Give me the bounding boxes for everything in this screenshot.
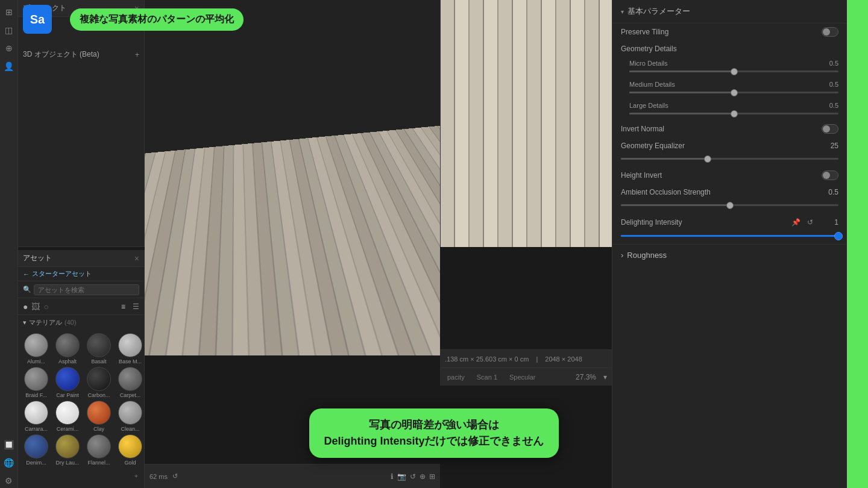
view-3d-icon[interactable]: ○ [43,302,48,311]
view-image-icon[interactable]: 🖼 [31,302,40,311]
asset-panel: アセット × ← スターターアセット 🔍 ● 🖼 ○ ≡ ☰ ▾ マテリアル (… [18,250,145,488]
category-chevron-icon: ▾ [23,319,27,327]
list-item[interactable]: Carbon... [84,367,113,398]
sort-list-icon[interactable]: ≡ [121,302,125,311]
medium-details-slider-thumb[interactable] [731,89,738,96]
list-item[interactable]: Alumi... [22,333,51,364]
medium-details-slider-fill [629,92,734,93]
breadcrumb-text: スターターアセット [32,269,92,278]
ambient-occlusion-slider-track[interactable] [621,204,838,206]
material-thumb-cerami [55,401,80,425]
delighting-intensity-slider-thumb[interactable] [834,232,843,240]
list-item[interactable]: Dry Lau... [53,434,82,466]
camera-icon[interactable]: 📷 [397,472,406,481]
micro-details-slider-container [612,70,847,78]
material-label-alumi: Alumi... [22,358,51,364]
medium-details-row: Medium Details 0.5 [612,78,847,89]
material-thumb-braid [24,367,48,391]
list-item[interactable]: Denim... [22,434,51,466]
sidebar-icon-transform[interactable]: ⊕ [2,41,16,55]
list-item[interactable]: Flannel... [84,434,113,466]
material-label-asphalt: Asphalt [53,358,82,364]
left-sidebar: ⊞ ◫ ⊕ 👤 🔲 🌐 ⚙ [0,0,18,488]
material-label-carbon: Carbon... [84,392,113,398]
refresh-icon[interactable]: ↺ [172,472,178,480]
zoom-chevron[interactable]: ▾ [603,373,607,381]
ambient-occlusion-slider-thumb[interactable] [726,202,734,209]
ambient-occlusion-slider-fill [621,204,730,206]
list-item[interactable]: Gold [116,434,145,466]
large-details-slider-thumb[interactable] [731,110,738,117]
delighting-intensity-slider-track[interactable] [621,235,838,237]
list-item[interactable]: Basalt [84,333,113,364]
info-icon[interactable]: ℹ [391,472,394,481]
sidebar-icon-home[interactable]: ⊞ [2,5,16,19]
material-thumb-clay [87,401,111,425]
tab-scan1[interactable]: Scan 1 [474,372,500,382]
material-label-clay: Clay [84,426,113,432]
list-item[interactable]: Carpet... [116,367,145,398]
invert-normal-label: Invert Normal [621,125,817,133]
geometry-equalizer-slider-fill [621,158,708,160]
list-item[interactable]: Cerami... [53,401,82,432]
large-details-slider-track[interactable] [629,113,838,114]
delighting-reset-icon[interactable]: ↺ [805,217,816,228]
geometry-equalizer-slider-track[interactable] [621,158,838,160]
basic-params-header[interactable]: ▾ 基本パラメーター [612,0,847,23]
micro-details-slider-thumb[interactable] [731,68,738,75]
material-thumb-alumi [24,333,48,357]
list-item[interactable]: Carrara... [22,401,51,432]
sort-grid-icon[interactable]: ☰ [133,302,139,311]
asset-category-materials[interactable]: ▾ マテリアル (40) [18,315,144,330]
sa-logo-area: Sa 複雑な写真素材のパターンの平均化 [18,0,57,39]
panel-item-3d-label: 3D オブジェクト (Beta) [23,49,99,60]
status-icons-bar: ℹ 📷 ↺ ⊕ ⊞ [391,472,435,481]
micro-details-label: Micro Details [629,60,819,67]
large-details-slider-container [612,113,847,120]
search-input[interactable] [34,284,139,295]
preserve-tiling-toggle[interactable] [822,27,838,37]
height-invert-toggle[interactable] [822,170,838,180]
list-item[interactable]: Car Paint [53,367,82,398]
sidebar-icon-settings-bottom2[interactable]: 🌐 [2,455,16,470]
refresh2-icon[interactable]: ↺ [410,472,416,481]
invert-normal-toggle[interactable] [822,124,838,134]
tab-opacity[interactable]: pacity [445,372,467,382]
expand-icon[interactable]: ⊕ [420,472,426,481]
material-label-carpaint: Car Paint [53,392,82,398]
list-item[interactable]: Clay [84,401,113,432]
micro-details-slider-track[interactable] [629,70,838,72]
dimensions-text: .138 cm × 25.603 cm × 0 cm [445,355,529,363]
geometry-equalizer-slider-container [612,154,847,167]
list-item[interactable]: Asphalt [53,333,82,364]
material-label-drylau: Dry Lau... [53,460,82,466]
material-thumb-denim [24,434,48,458]
mode-tab-bar: pacity Scan 1 Specular 27.3% ▾ [440,368,612,386]
tab-specular[interactable]: Specular [507,372,538,382]
medium-details-slider-track[interactable] [629,92,838,93]
height-invert-row: Height Invert [612,167,847,184]
material-label-flannel: Flannel... [84,460,113,466]
viewport-3d[interactable] [145,0,440,355]
material-label-basalt: Basalt [84,358,113,364]
sidebar-icon-user[interactable]: 👤 [2,59,16,74]
list-item[interactable]: Braid F... [22,367,51,398]
sidebar-icon-settings-bottom1[interactable]: 🔲 [2,437,16,452]
view-circle-icon[interactable]: ● [23,302,28,311]
asset-breadcrumb[interactable]: ← スターターアセット [18,267,144,281]
delighting-pin-icon[interactable]: 📌 [790,217,801,228]
material-thumb-asphalt [55,333,80,357]
grid-icon[interactable]: ⊞ [429,472,435,481]
material-label-braid: Braid F... [22,392,51,398]
sidebar-icon-layers[interactable]: ◫ [2,23,16,37]
material-thumb-carrara [24,401,48,425]
list-item[interactable]: Base M... [116,333,145,364]
geometry-equalizer-slider-thumb[interactable] [704,155,711,163]
asset-panel-close[interactable]: × [134,254,139,263]
panel-item-3d[interactable]: 3D オブジェクト (Beta) + [18,47,144,62]
sidebar-icon-settings-bottom3[interactable]: ⚙ [2,474,16,488]
roughness-header[interactable]: › Roughness [612,244,847,266]
add-material-icon[interactable]: ＋ [133,472,139,480]
list-item[interactable]: Clean... [116,401,145,432]
panel-item-add-icon[interactable]: + [135,51,139,59]
